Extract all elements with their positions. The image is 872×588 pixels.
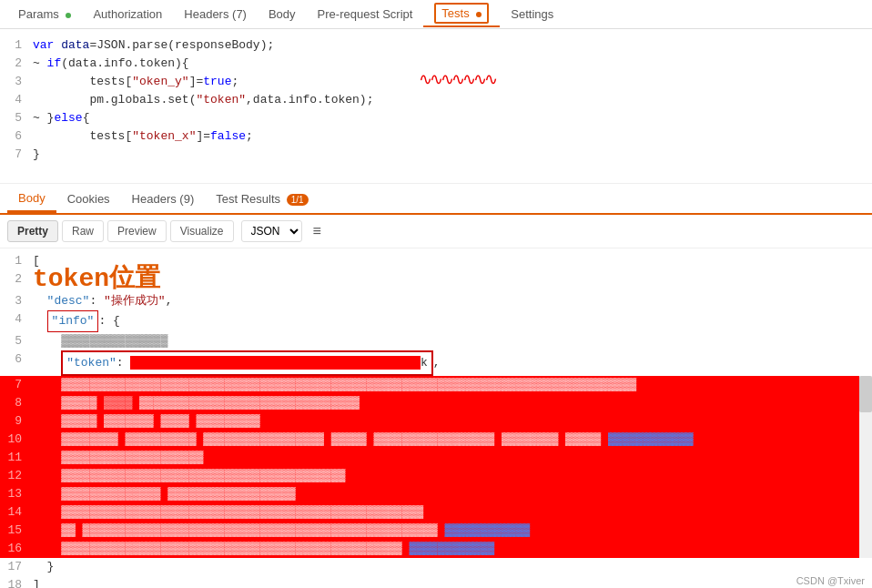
json-line-2: 2 token位置 [0,270,872,292]
json-line-15: 15 ▓▓ ▓▓▓▓▓▓▓▓▓▓▓▓▓▓▓▓▓▓▓▓▓▓▓▓▓▓▓▓▓▓▓▓▓▓… [0,522,872,540]
tab-prescript[interactable]: Pre-request Script [307,2,424,26]
response-tab-bar: Body Cookies Headers (9) Test Results 1/… [0,184,872,215]
json-line-7: 7 ▓▓▓▓▓▓▓▓▓▓▓▓▓▓▓▓▓▓▓▓▓▓▓▓▓▓▓▓▓▓▓▓▓▓▓▓▓▓… [0,376,872,394]
json-line-5: 5 ▓▓▓▓▓▓▓▓▓▓▓▓▓▓▓ [0,332,872,350]
tab-params[interactable]: Params [7,2,82,26]
tests-dot [476,12,482,17]
tab-body[interactable]: Body [258,2,307,26]
json-line-17: 17 } [0,558,872,576]
wrap-icon[interactable]: ≡ [313,223,321,239]
json-viewer: 1 [ 2 token位置 3 "desc": "操作成功", 4 "info"… [0,248,872,588]
json-line-9: 9 ▓▓▓▓▓ ▓▓▓▓▓▓▓ ▓▓▓▓ ▓▓▓▓▓▓▓▓▓ [0,412,872,431]
top-tab-bar: Params Authorization Headers (7) Body Pr… [0,0,872,29]
code-line-1: 1 var data=JSON.parse(responseBody); [0,36,872,55]
json-line-3: 3 "desc": "操作成功", [0,292,872,310]
pretty-button[interactable]: Pretty [7,220,58,242]
response-tab-testresults[interactable]: Test Results 1/1 [205,187,319,211]
json-line-4: 4 "info": { [0,310,872,332]
tab-headers[interactable]: Headers (7) [173,2,258,26]
preview-button[interactable]: Preview [107,220,167,242]
response-tab-headers[interactable]: Headers (9) [121,187,206,211]
json-line-6: 6 "token": ████████████████████████████k… [0,350,872,376]
params-dot [66,13,71,18]
json-line-18: 18 ] [0,576,872,588]
format-bar: Pretty Raw Preview Visualize JSON XML Te… [0,215,872,248]
tests-box: Tests [434,3,489,24]
format-select[interactable]: JSON XML Text [241,220,302,242]
redacted-overlay: 7 ▓▓▓▓▓▓▓▓▓▓▓▓▓▓▓▓▓▓▓▓▓▓▓▓▓▓▓▓▓▓▓▓▓▓▓▓▓▓… [0,376,872,558]
visualize-button[interactable]: Visualize [170,220,234,242]
code-line-4: 4 pm.globals.set("token",data.info.token… [0,91,872,109]
json-line-13: 13 ▓▓▓▓▓▓▓▓▓▓▓▓▓▓ ▓▓▓▓▓▓▓▓▓▓▓▓▓▓▓▓▓▓ [0,485,872,503]
json-line-10: 10 ▓▓▓▓▓▓▓▓ ▓▓▓▓▓▓▓▓▓▓ ▓▓▓▓▓▓▓▓▓▓▓▓▓▓▓▓▓… [0,431,872,449]
response-tab-cookies[interactable]: Cookies [56,187,121,211]
json-line-16: 16 ▓▓▓▓▓▓▓▓▓▓▓▓▓▓▓▓▓▓▓▓▓▓▓▓▓▓▓▓▓▓▓▓▓▓▓▓▓… [0,540,872,558]
response-tab-body[interactable]: Body [7,186,56,213]
info-box: "info" [47,310,99,332]
scrollbar-thumb[interactable] [859,376,872,412]
footer: CSDN @Txiver [789,573,872,588]
json-line-12: 12 ▓▓▓▓▓▓▓▓▓▓▓▓▓▓▓▓▓▓▓▓▓▓▓▓▓▓▓▓▓▓▓▓▓▓▓▓▓… [0,467,872,485]
raw-button[interactable]: Raw [62,220,104,242]
code-editor: 1 var data=JSON.parse(responseBody); 2 ~… [0,29,872,184]
tab-authorization[interactable]: Authorization [82,2,173,26]
tab-tests[interactable]: Tests [423,1,500,27]
scrollbar-track[interactable] [859,376,872,558]
token-highlight-box: "token": ████████████████████████████k [61,350,432,376]
code-line-7: 7 } [0,146,872,164]
code-line-5: 5 ~ }else{ [0,109,872,127]
json-line-14: 14 ▓▓▓▓▓▓▓▓▓▓▓▓▓▓▓▓▓▓▓▓▓▓▓▓▓▓▓▓▓▓▓▓▓▓▓▓▓… [0,503,872,522]
code-line-6: 6 tests["token_x"]=false; [0,127,872,146]
squiggle-decoration: ∿∿∿∿∿∿∿ [419,69,495,88]
tab-settings[interactable]: Settings [500,2,564,26]
json-line-8: 8 ▓▓▓▓▓ ▓▓▓▓ ▓▓▓▓▓▓▓▓▓▓▓▓▓▓▓▓▓▓▓▓▓▓▓▓▓▓▓… [0,394,872,412]
json-line-11: 11 ▓▓▓▓▓▓▓▓▓▓▓▓▓▓▓▓▓▓▓▓ [0,449,872,467]
